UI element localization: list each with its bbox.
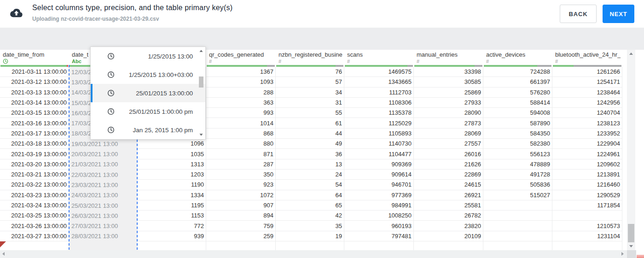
- table-cell: 871: [206, 149, 276, 159]
- clock-icon: [107, 126, 115, 134]
- table-cell: [552, 241, 622, 250]
- column-header-qr_codes_generated[interactable]: qr_codes_generated#: [206, 50, 276, 67]
- column-type-number: #: [417, 59, 419, 64]
- format-option[interactable]: 1/25/2015 13:00+03:00: [91, 65, 205, 84]
- table-cell: [414, 241, 483, 250]
- format-option-label: 25/01/2015 13:00:00: [136, 90, 193, 97]
- format-option[interactable]: 25/01/2015 1:00:00 pm: [91, 102, 205, 121]
- table-cell: [483, 221, 552, 231]
- table-cell: 1254171: [552, 77, 622, 87]
- column-header-date_time_from[interactable]: date_time_from: [0, 50, 69, 67]
- upload-filename: Uploading nz-covid-tracer-usage-2021-03-…: [32, 16, 159, 22]
- table-cell: 363: [206, 98, 276, 108]
- scrollbar-corner: [627, 250, 636, 258]
- table-row: 2021-03-23 13:00:0024/03/2021 13:0013341…: [0, 190, 627, 200]
- clock-icon: [107, 89, 115, 97]
- table-cell: 977369: [344, 190, 414, 200]
- vertical-scroll-thumb[interactable]: [628, 224, 634, 242]
- table-cell: 993: [206, 108, 276, 118]
- table-cell: 1105893: [344, 129, 414, 139]
- table-cell: 1240704: [552, 108, 622, 118]
- table-cell: 515027: [483, 190, 552, 200]
- table-cell: [276, 241, 344, 250]
- selected-column-left-border: [69, 65, 70, 250]
- table-cell: 939: [138, 231, 206, 241]
- next-button[interactable]: NEXT: [603, 5, 634, 23]
- table-cell: 505836: [483, 180, 552, 190]
- format-option-label: 1/25/2015 13:00+03:00: [129, 71, 193, 78]
- table-cell: 1209602: [552, 159, 622, 170]
- table-cell: 57: [276, 77, 344, 87]
- page-title: Select columns type, precision, and the …: [32, 4, 232, 12]
- clock-icon: [107, 71, 115, 78]
- column-name: qr_codes_generated: [209, 51, 264, 58]
- table-cell: 1035: [138, 149, 206, 159]
- table-cell: 44: [276, 129, 344, 139]
- table-cell: 491728: [483, 170, 552, 180]
- scroll-left-arrow-icon[interactable]: [2, 252, 5, 256]
- table-cell: 1367: [206, 67, 276, 77]
- dropdown-scroll-thumb[interactable]: [199, 76, 203, 88]
- format-option[interactable]: 25/01/2015 13:00:00: [91, 84, 205, 102]
- column-type-number: #: [347, 59, 350, 64]
- back-button[interactable]: BACK: [560, 5, 597, 23]
- table-cell: 24/03/2021 13:00: [69, 190, 138, 200]
- table-cell: 22/03/2021 13:00: [69, 170, 138, 180]
- table-row: 2021-03-22 13:00:0023/03/2021 13:0011909…: [0, 180, 627, 190]
- table-cell: 2021-03-18 13:00:00: [0, 139, 69, 149]
- table-cell: 1242956: [552, 98, 622, 108]
- table-cell: 20/03/2021 13:00: [69, 149, 138, 159]
- table-row: 2021-03-26 13:00:0027/03/2021 13:0077275…: [0, 221, 627, 231]
- table-cell: 2021-03-15 13:00:00: [0, 108, 69, 118]
- dropdown-scroll-down-icon[interactable]: [199, 134, 203, 136]
- table-cell: 27933: [414, 98, 483, 108]
- column-header-bluetooth_active_24_hr_[interactable]: bluetooth_active_24_hr_#: [552, 50, 622, 67]
- format-option[interactable]: Jan 25, 2015 1:00 pm: [91, 121, 205, 139]
- table-cell: 1343665: [344, 77, 414, 87]
- table-cell: 65: [276, 200, 344, 211]
- table-cell: 1008250: [344, 211, 414, 221]
- scroll-up-arrow-icon[interactable]: [629, 53, 633, 55]
- table-cell: 1112703: [344, 88, 414, 98]
- column-header-scans[interactable]: scans#: [344, 50, 414, 67]
- table-cell: 2021-03-12 13:00:00: [0, 77, 69, 87]
- dropdown-scrollbar[interactable]: [198, 48, 204, 138]
- table-cell: 1469575: [344, 67, 414, 77]
- table-cell: [552, 211, 622, 221]
- column-header-active_devices[interactable]: active_devices#: [483, 50, 552, 67]
- table-cell: 34: [276, 88, 344, 98]
- table-row: 2021-03-25 13:00:0026/03/2021 13:0011538…: [0, 211, 627, 221]
- table-cell: 27/03/2021 13:00: [69, 221, 138, 231]
- table-cell: 1135378: [344, 108, 414, 118]
- table-cell: [0, 241, 69, 250]
- clock-icon: [3, 59, 8, 64]
- table-cell: 909614: [344, 170, 414, 180]
- format-option[interactable]: 1/25/2015 13:00: [91, 47, 205, 65]
- table-cell: 2021-03-25 13:00:00: [0, 211, 69, 221]
- scroll-down-arrow-icon[interactable]: [629, 245, 633, 247]
- column-type-number: #: [278, 59, 281, 64]
- table-cell: 1195: [138, 200, 206, 211]
- table-cell: 2021-03-24 13:00:00: [0, 200, 69, 211]
- scroll-right-arrow-icon[interactable]: [621, 252, 624, 256]
- table-cell: 1171854: [552, 200, 622, 211]
- table-cell: 868: [206, 129, 276, 139]
- table-cell: 26016: [414, 149, 483, 159]
- table-cell: 350: [206, 170, 276, 180]
- table-cell: [69, 241, 138, 250]
- error-cell-marker: [0, 241, 6, 247]
- table-cell: 909369: [344, 159, 414, 170]
- table-cell: 1213891: [552, 170, 622, 180]
- dropdown-scroll-up-icon[interactable]: [199, 50, 203, 52]
- table-cell: 1203: [138, 170, 206, 180]
- vertical-scrollbar[interactable]: [627, 50, 635, 250]
- horizontal-scrollbar[interactable]: [0, 250, 627, 258]
- column-header-manual_entries[interactable]: manual_entries#: [414, 50, 483, 67]
- table-cell: 1290529: [552, 190, 622, 200]
- table-cell: 1190: [138, 180, 206, 190]
- table-cell: 759: [206, 221, 276, 231]
- table-cell: 1014: [206, 118, 276, 128]
- table-cell: [138, 241, 206, 250]
- column-header-nzbn_registered_busine[interactable]: nzbn_registered_busine#: [276, 50, 344, 67]
- table-cell: 25869: [414, 88, 483, 98]
